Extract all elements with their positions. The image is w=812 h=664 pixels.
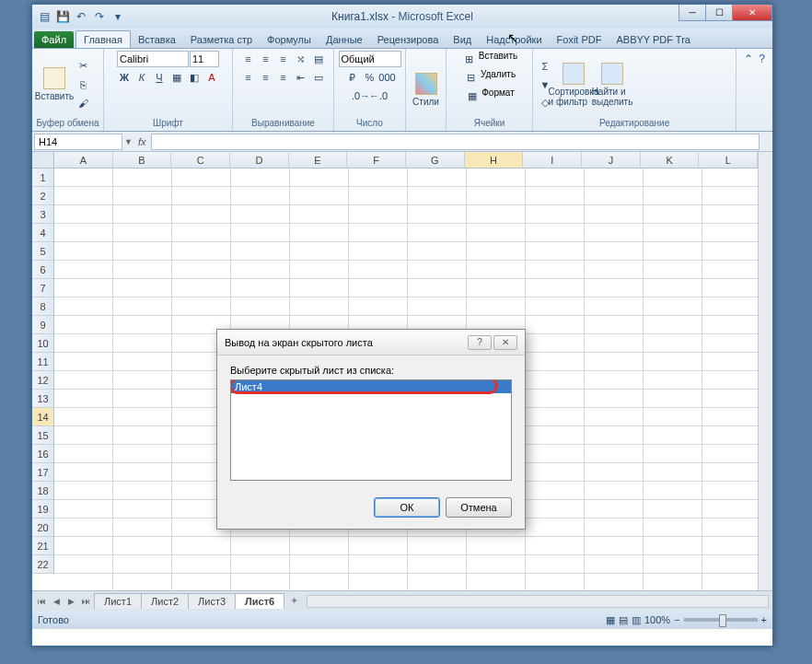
sort-filter-button[interactable]: Сортировка и фильтр	[555, 63, 592, 107]
bold-button[interactable]: Ж	[116, 69, 133, 86]
save-icon[interactable]: 💾	[54, 8, 71, 25]
row-header[interactable]: 11	[32, 353, 53, 371]
first-sheet-icon[interactable]: ⏮	[34, 594, 49, 609]
row-header[interactable]: 13	[32, 390, 53, 408]
zoom-in-button[interactable]: +	[761, 614, 767, 625]
format-painter-icon[interactable]: 🖌	[75, 95, 91, 111]
row-header[interactable]: 8	[32, 297, 53, 316]
tab-insert[interactable]: Вставка	[131, 31, 183, 48]
sheet-tab[interactable]: Лист3	[188, 593, 236, 609]
zoom-out-button[interactable]: −	[674, 614, 679, 625]
view-break-icon[interactable]: ▥	[632, 614, 641, 626]
help-icon[interactable]: ?	[759, 52, 765, 65]
insert-cells-icon[interactable]: ⊞	[461, 51, 478, 67]
row-header[interactable]: 7	[32, 279, 53, 297]
column-header[interactable]: K	[641, 152, 700, 168]
tab-file[interactable]: Файл	[34, 31, 74, 48]
cancel-button[interactable]: Отмена	[446, 497, 512, 518]
row-header[interactable]: 10	[32, 334, 53, 353]
tab-review[interactable]: Рецензирова	[370, 31, 447, 48]
row-header[interactable]: 9	[32, 316, 53, 334]
sheet-tab[interactable]: Лист6	[235, 593, 284, 609]
zoom-slider[interactable]	[684, 618, 758, 622]
row-header[interactable]: 1	[32, 169, 53, 187]
dialog-close-button[interactable]: ✕	[493, 335, 517, 350]
row-header[interactable]: 2	[32, 187, 53, 205]
list-item[interactable]: Лист4	[231, 380, 511, 393]
insert-cells-button[interactable]: Вставить	[479, 51, 517, 67]
column-header[interactable]: D	[230, 152, 289, 168]
fill-color-button[interactable]: ◧	[186, 69, 203, 86]
border-button[interactable]: ▦	[168, 69, 185, 86]
align-middle-icon[interactable]: ≡	[258, 51, 274, 67]
dialog-titlebar[interactable]: Вывод на экран скрытого листа ? ✕	[217, 330, 525, 355]
column-headers[interactable]: ABCDEFGHIJKL	[54, 152, 758, 169]
paste-button[interactable]: Вставить	[36, 67, 73, 101]
row-header[interactable]: 4	[32, 224, 53, 242]
tab-home[interactable]: Главная	[75, 30, 131, 48]
currency-icon[interactable]: ₽	[344, 69, 361, 86]
autosum-icon[interactable]: Σ	[537, 58, 553, 75]
merge-icon[interactable]: ▭	[310, 69, 327, 86]
comma-icon[interactable]: 000	[379, 69, 396, 86]
row-header[interactable]: 20	[32, 518, 53, 537]
zoom-level[interactable]: 100%	[644, 614, 670, 625]
copy-icon[interactable]: ⎘	[75, 76, 91, 93]
tab-addins[interactable]: Надстройки	[479, 31, 549, 48]
cut-icon[interactable]: ✂	[75, 58, 91, 75]
column-header[interactable]: F	[347, 152, 406, 168]
redo-icon[interactable]: ↷	[91, 8, 108, 25]
minimize-button[interactable]: ─	[679, 5, 706, 21]
row-headers[interactable]: 12345678910111213141516171819202122	[32, 169, 54, 574]
tab-data[interactable]: Данные	[319, 31, 370, 48]
find-select-button[interactable]: Найти и выделить	[594, 63, 631, 107]
column-header[interactable]: H	[465, 152, 524, 168]
delete-cells-icon[interactable]: ⊟	[463, 69, 480, 86]
new-sheet-button[interactable]: ✦	[284, 595, 303, 607]
column-header[interactable]: A	[54, 152, 113, 168]
column-header[interactable]: B	[113, 152, 172, 168]
percent-icon[interactable]: %	[362, 69, 378, 86]
fx-button[interactable]: fx	[133, 136, 152, 147]
ok-button[interactable]: ОК	[374, 497, 440, 518]
tab-abbyy[interactable]: ABBYY PDF Tra	[609, 31, 698, 48]
format-cells-icon[interactable]: ▦	[464, 87, 481, 104]
dec-decimal-icon[interactable]: ←.0	[370, 87, 387, 104]
tab-view[interactable]: Вид	[446, 31, 479, 48]
italic-button[interactable]: К	[133, 69, 150, 86]
column-header[interactable]: E	[289, 152, 348, 168]
font-name-combo[interactable]: Calibri	[117, 51, 189, 67]
column-header[interactable]: G	[406, 152, 465, 168]
undo-icon[interactable]: ↶	[73, 8, 89, 25]
column-header[interactable]: J	[582, 152, 641, 168]
row-header[interactable]: 14	[32, 408, 53, 426]
horizontal-scrollbar[interactable]	[307, 595, 769, 608]
row-header[interactable]: 3	[32, 205, 53, 224]
qat-more-icon[interactable]: ▾	[110, 8, 126, 25]
row-header[interactable]: 5	[32, 242, 53, 261]
inc-decimal-icon[interactable]: .0→	[353, 87, 369, 104]
row-header[interactable]: 19	[32, 500, 53, 518]
vertical-scrollbar[interactable]	[758, 152, 772, 590]
align-right-icon[interactable]: ≡	[275, 69, 292, 86]
format-cells-button[interactable]: Формат	[481, 87, 515, 104]
prev-sheet-icon[interactable]: ◀	[49, 594, 64, 609]
name-box[interactable]: H14	[34, 134, 122, 150]
sheet-tab[interactable]: Лист1	[94, 593, 142, 609]
number-format-combo[interactable]: Общий	[339, 51, 401, 67]
styles-button[interactable]: Стили	[410, 73, 442, 107]
wrap-text-icon[interactable]: ▤	[310, 51, 327, 67]
align-left-icon[interactable]: ≡	[240, 69, 257, 86]
font-size-combo[interactable]: 11	[190, 51, 219, 67]
indent-dec-icon[interactable]: ⇤	[293, 69, 309, 86]
orientation-icon[interactable]: ⤭	[293, 51, 309, 67]
row-header[interactable]: 18	[32, 482, 53, 500]
row-header[interactable]: 22	[32, 555, 53, 574]
last-sheet-icon[interactable]: ⏭	[78, 594, 93, 609]
namebox-dropdown-icon[interactable]: ▼	[124, 137, 133, 146]
row-header[interactable]: 6	[32, 261, 53, 279]
sheet-tab[interactable]: Лист2	[141, 593, 189, 609]
next-sheet-icon[interactable]: ▶	[64, 594, 78, 609]
tab-formulas[interactable]: Формулы	[260, 31, 319, 48]
minimize-ribbon-icon[interactable]: ⌃	[744, 52, 753, 65]
